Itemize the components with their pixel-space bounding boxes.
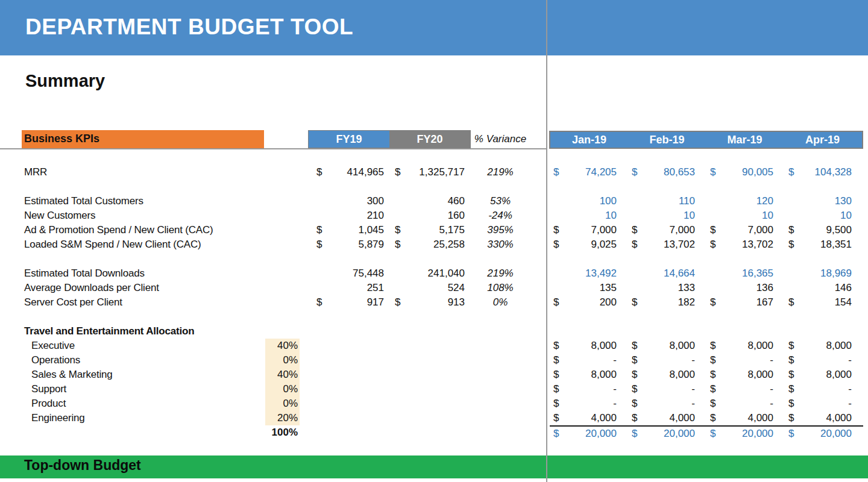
variance-cell[interactable]: 108% [470, 281, 530, 295]
month-value-cell-mar-19[interactable]: $4,000 [706, 411, 785, 425]
month-value-cell-apr-19[interactable]: $8,000 [785, 339, 863, 353]
month-value-cell-jan-19[interactable]: $8,000 [550, 368, 628, 382]
month-value-cell-feb-19[interactable]: $182 [628, 295, 706, 310]
month-value-cell-apr-19[interactable]: 146 [785, 281, 863, 295]
variance-cell[interactable]: 330% [470, 237, 530, 252]
variance-cell[interactable]: 219% [470, 266, 530, 281]
fy19-value-cell[interactable]: $414,965 [309, 165, 391, 180]
fy19-value-cell[interactable]: $5,879 [309, 237, 391, 252]
allocation-percent-cell[interactable]: 40% [265, 368, 300, 382]
month-value-cell-feb-19[interactable]: $13,702 [628, 237, 706, 252]
fy20-value-cell[interactable]: 160 [391, 208, 473, 223]
month-value-cell-mar-19[interactable]: $90,005 [706, 165, 785, 180]
month-value-cell-apr-19[interactable]: 18,969 [785, 266, 863, 281]
month-value-cell-feb-19[interactable]: 10 [628, 208, 706, 223]
fy19-value-cell[interactable]: 300 [309, 194, 391, 208]
month-value-cell-jan-19[interactable]: 100 [550, 194, 628, 208]
fy20-value-cell[interactable]: 460 [391, 194, 473, 208]
fy19-value-cell[interactable]: 251 [309, 281, 391, 295]
month-value-cell-feb-19[interactable]: $7,000 [628, 223, 706, 237]
variance-cell[interactable]: 53% [470, 194, 530, 208]
table-row: Product0%$-$-$-$- [0, 396, 868, 411]
allocation-percent-cell[interactable]: 100% [265, 425, 300, 440]
month-value-cell-feb-19[interactable]: $20,000 [628, 427, 706, 440]
month-value-cell-jan-19[interactable]: $4,000 [550, 411, 628, 425]
variance-cell[interactable]: 219% [470, 165, 530, 180]
pane-divider-line [546, 0, 547, 482]
fy19-value-cell[interactable]: $917 [309, 295, 391, 310]
fy20-value-cell[interactable]: $5,175 [391, 223, 473, 237]
fy20-value-cell[interactable]: 524 [391, 281, 473, 295]
month-value-cell-feb-19[interactable]: $- [628, 353, 706, 368]
month-value-cell-feb-19[interactable]: $8,000 [628, 339, 706, 353]
variance-cell[interactable]: 395% [470, 223, 530, 237]
month-value-cell-jan-19[interactable]: $20,000 [550, 427, 628, 440]
allocation-percent-cell[interactable]: 20% [265, 411, 300, 425]
month-value-cell-apr-19[interactable]: $20,000 [785, 427, 863, 440]
month-value-cell-mar-19[interactable]: $- [706, 396, 785, 411]
month-value-cell-apr-19[interactable]: $4,000 [785, 411, 863, 425]
month-value-cell-feb-19[interactable]: $- [628, 382, 706, 396]
month-value-cell-jan-19[interactable]: $74,205 [550, 165, 628, 180]
month-value-cell-feb-19[interactable]: 14,664 [628, 266, 706, 281]
month-value-cell-apr-19[interactable]: $104,328 [785, 165, 863, 180]
cell-value: 4,000 [591, 411, 617, 425]
fy20-value-cell[interactable]: $1,325,717 [391, 165, 473, 180]
variance-cell[interactable]: 0% [470, 295, 530, 310]
header-underline [0, 148, 547, 149]
month-value-cell-jan-19[interactable]: $- [550, 396, 628, 411]
month-value-cell-mar-19[interactable]: 16,365 [706, 266, 785, 281]
table-row: Executive40%$8,000$8,000$8,000$8,000 [0, 339, 868, 353]
month-value-cell-apr-19[interactable]: $18,351 [785, 237, 863, 252]
month-value-cell-mar-19[interactable]: 10 [706, 208, 785, 223]
month-value-cell-apr-19[interactable]: $- [785, 382, 863, 396]
month-value-cell-jan-19[interactable]: 135 [550, 281, 628, 295]
fy19-value-cell[interactable]: $1,045 [309, 223, 391, 237]
month-value-cell-mar-19[interactable]: $13,702 [706, 237, 785, 252]
month-value-cell-apr-19[interactable]: $9,500 [785, 223, 863, 237]
month-value-cell-jan-19[interactable]: 13,492 [550, 266, 628, 281]
fy19-value-cell[interactable]: 210 [309, 208, 391, 223]
month-value-cell-mar-19[interactable]: $8,000 [706, 339, 785, 353]
fy20-value-cell[interactable]: 241,040 [391, 266, 473, 281]
month-value-cell-mar-19[interactable]: 120 [706, 194, 785, 208]
month-value-cell-apr-19[interactable]: $8,000 [785, 368, 863, 382]
month-value-cell-mar-19[interactable]: $8,000 [706, 368, 785, 382]
month-value-cell-mar-19[interactable]: $- [706, 353, 785, 368]
month-value-cell-apr-19[interactable]: 130 [785, 194, 863, 208]
months-group: $8,000$8,000$8,000$8,000 [550, 368, 863, 382]
month-value-cell-feb-19[interactable]: 110 [628, 194, 706, 208]
allocation-percent-cell[interactable]: 0% [265, 382, 300, 396]
fy20-value-cell[interactable]: $25,258 [391, 237, 473, 252]
month-value-cell-apr-19[interactable]: $- [785, 353, 863, 368]
month-value-cell-jan-19[interactable]: $- [550, 382, 628, 396]
allocation-percent-cell[interactable]: 40% [265, 339, 300, 353]
currency-symbol: $ [710, 382, 715, 396]
month-value-cell-mar-19[interactable]: 136 [706, 281, 785, 295]
fy20-value-cell[interactable]: $913 [391, 295, 473, 310]
month-value-cell-feb-19[interactable]: $8,000 [628, 368, 706, 382]
month-value-cell-mar-19[interactable]: $167 [706, 295, 785, 310]
month-value-cell-feb-19[interactable]: $80,653 [628, 165, 706, 180]
month-value-cell-apr-19[interactable]: $154 [785, 295, 863, 310]
month-value-cell-jan-19[interactable]: 10 [550, 208, 628, 223]
fy19-value-cell[interactable]: 75,448 [309, 266, 391, 281]
month-value-cell-jan-19[interactable]: $200 [550, 295, 628, 310]
allocation-percent-cell[interactable]: 0% [265, 396, 300, 411]
allocation-percent-cell[interactable]: 0% [265, 353, 300, 368]
month-value-cell-feb-19[interactable]: 133 [628, 281, 706, 295]
month-value-cell-jan-19[interactable]: $8,000 [550, 339, 628, 353]
month-value-cell-apr-19[interactable]: 10 [785, 208, 863, 223]
month-value-cell-jan-19[interactable]: $9,025 [550, 237, 628, 252]
month-value-cell-apr-19[interactable]: $- [785, 396, 863, 411]
month-value-cell-mar-19[interactable]: $20,000 [706, 427, 785, 440]
month-value-cell-mar-19[interactable]: $- [706, 382, 785, 396]
month-value-cell-mar-19[interactable]: $7,000 [706, 223, 785, 237]
month-value-cell-jan-19[interactable]: $- [550, 353, 628, 368]
month-value-cell-feb-19[interactable]: $- [628, 396, 706, 411]
cell-value: 917 [367, 295, 384, 310]
currency-symbol: $ [788, 339, 794, 353]
month-value-cell-feb-19[interactable]: $4,000 [628, 411, 706, 425]
variance-cell[interactable]: -24% [470, 208, 530, 223]
month-value-cell-jan-19[interactable]: $7,000 [550, 223, 628, 237]
